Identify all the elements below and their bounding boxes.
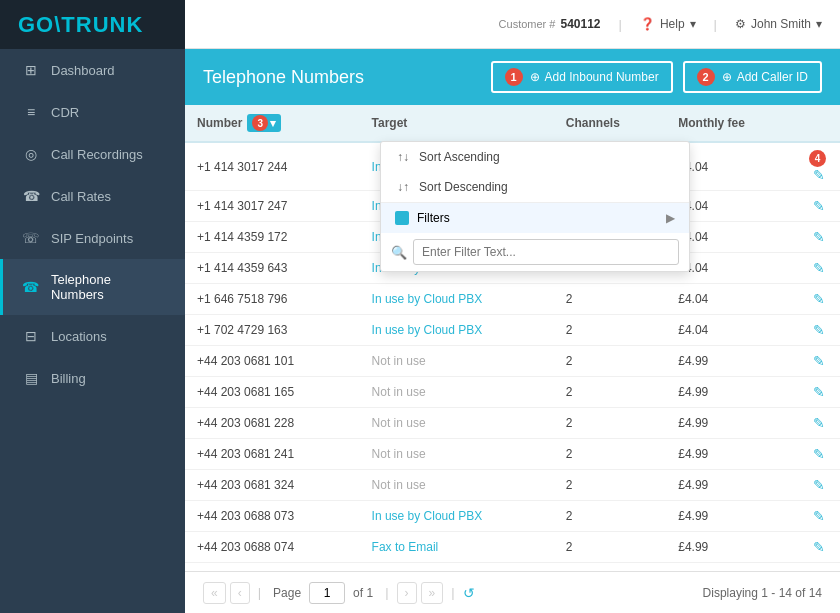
user-label: John Smith (751, 17, 811, 31)
edit-icon[interactable]: ✎ (813, 539, 825, 555)
btn1-badge: 1 (505, 68, 523, 86)
filter-input-row: 🔍 (381, 233, 689, 271)
edit-icon[interactable]: ✎ (813, 353, 825, 369)
table-row: +44 203 0688 074 Fax to Email 2 £4.99 ✎ (185, 532, 840, 563)
cell-number: +44 203 0681 165 (185, 377, 360, 408)
cell-fee: £4.99 (666, 501, 797, 532)
cell-fee: £4.99 (666, 532, 797, 563)
table-header-row: Number 3 ▾ Target Channels Monthly fee (185, 105, 840, 142)
edit-icon[interactable]: ✎ (813, 260, 825, 276)
edit-icon[interactable]: ✎ (813, 570, 825, 571)
cell-fee: £4.99 (666, 439, 797, 470)
filters-item[interactable]: Filters ▶ (381, 203, 689, 233)
cell-channels: 2 (554, 346, 666, 377)
sidebar-item-call-rates[interactable]: ☎ Call Rates (0, 175, 185, 217)
last-page-btn[interactable]: » (421, 582, 444, 604)
customer-value: 540112 (560, 17, 600, 31)
cell-channels: 2 (554, 439, 666, 470)
add-caller-button[interactable]: 2 ⊕ Add Caller ID (683, 61, 822, 93)
filters-label: Filters (417, 211, 450, 225)
cell-fee: £4.04 (666, 315, 797, 346)
cell-number: +44 203 0681 241 (185, 439, 360, 470)
col-badge: 3 (252, 115, 268, 131)
cell-action: ✎ (797, 284, 840, 315)
of-label: of 1 (353, 586, 373, 600)
sidebar-item-telephone-numbers[interactable]: ☎ Telephone Numbers (0, 259, 185, 315)
prev-page-btn[interactable]: ‹ (230, 582, 250, 604)
nav-icon-call-recordings: ◎ (21, 146, 41, 162)
cell-channels: 2 (554, 315, 666, 346)
next-page-btn[interactable]: › (397, 582, 417, 604)
sort-descending-label: Sort Descending (419, 180, 508, 194)
col-number: Number 3 ▾ (185, 105, 360, 142)
cell-number: +1 414 3017 247 (185, 191, 360, 222)
sidebar-item-billing[interactable]: ▤ Billing (0, 357, 185, 399)
cell-action: ✎ (797, 315, 840, 346)
pagination: « ‹ | Page of 1 | › » | ↺ (203, 582, 475, 604)
cell-number: +1 414 4359 172 (185, 222, 360, 253)
edit-icon[interactable]: ✎ (813, 229, 825, 245)
nav-label-billing: Billing (51, 371, 86, 386)
edit-icon[interactable]: ✎ (813, 198, 825, 214)
nav-label-locations: Locations (51, 329, 107, 344)
nav-icon-billing: ▤ (21, 370, 41, 386)
cell-fee: £4.99 (666, 408, 797, 439)
cell-action: ✎ (797, 501, 840, 532)
col-number-label: Number (197, 116, 242, 130)
sort-descending-item[interactable]: ↓↑ Sort Descending (381, 172, 689, 202)
table-row: +44 203 0688 073 In use by Cloud PBX 2 £… (185, 501, 840, 532)
col-actions (797, 105, 840, 142)
sidebar-item-sip-endpoints[interactable]: ☏ SIP Endpoints (0, 217, 185, 259)
sidebar-item-call-recordings[interactable]: ◎ Call Recordings (0, 133, 185, 175)
sidebar-item-locations[interactable]: ⊟ Locations (0, 315, 185, 357)
table-area: Number 3 ▾ Target Channels Monthly fee (185, 105, 840, 571)
sort-ascending-item[interactable]: ↑↓ Sort Ascending (381, 142, 689, 172)
display-info: Displaying 1 - 14 of 14 (703, 586, 822, 600)
topbar: Customer # 540112 | ❓ Help ▾ | ⚙ John Sm… (185, 0, 840, 49)
cell-fee: £4.99 (666, 470, 797, 501)
nav-label-call-recordings: Call Recordings (51, 147, 143, 162)
cell-number: +1 646 7518 796 (185, 284, 360, 315)
col-filter-btn[interactable]: 3 ▾ (247, 114, 281, 132)
edit-icon[interactable]: ✎ (813, 477, 825, 493)
add-caller-label: Add Caller ID (737, 70, 808, 84)
sidebar-item-dashboard[interactable]: ⊞ Dashboard (0, 49, 185, 91)
cell-fee: £4.04 (666, 284, 797, 315)
nav-items: ⊞ Dashboard ≡ CDR ◎ Call Recordings ☎ Ca… (0, 49, 185, 399)
edit-icon[interactable]: ✎ (813, 291, 825, 307)
sidebar-item-cdr[interactable]: ≡ CDR (0, 91, 185, 133)
cell-action: ✎ (797, 408, 840, 439)
footer: « ‹ | Page of 1 | › » | ↺ Displaying 1 -… (185, 571, 840, 613)
edit-icon[interactable]: ✎ (813, 167, 825, 183)
cell-action: ✎ (797, 222, 840, 253)
help-btn[interactable]: ❓ Help ▾ (640, 17, 696, 31)
search-icon: 🔍 (391, 245, 407, 260)
add-inbound-button[interactable]: 1 ⊕ Add Inbound Number (491, 61, 673, 93)
cell-fee: £4.99 (666, 346, 797, 377)
user-menu[interactable]: ⚙ John Smith ▾ (735, 17, 822, 31)
table-row: +44 203 0681 241 Not in use 2 £4.99 ✎ (185, 439, 840, 470)
nav-label-call-rates: Call Rates (51, 189, 111, 204)
edit-icon[interactable]: ✎ (813, 322, 825, 338)
cell-action: ✎ (797, 470, 840, 501)
cell-channels: 2 (554, 563, 666, 572)
first-page-btn[interactable]: « (203, 582, 226, 604)
filter-input[interactable] (413, 239, 679, 265)
nav-icon-call-rates: ☎ (21, 188, 41, 204)
cell-action: ✎ (797, 377, 840, 408)
cell-channels: 2 (554, 532, 666, 563)
edit-icon[interactable]: ✎ (813, 384, 825, 400)
cell-target: Fax to Email (360, 532, 554, 563)
col-target: Target (360, 105, 554, 142)
refresh-btn[interactable]: ↺ (463, 585, 475, 601)
customer-info: Customer # 540112 (499, 17, 601, 31)
cell-action: ✎ (797, 346, 840, 377)
table-row: +44 203 0681 324 Not in use 2 £4.99 ✎ (185, 470, 840, 501)
edit-icon[interactable]: ✎ (813, 415, 825, 431)
edit-icon[interactable]: ✎ (813, 508, 825, 524)
table-row: +1 646 7518 796 In use by Cloud PBX 2 £4… (185, 284, 840, 315)
plus-icon2: ⊕ (722, 70, 732, 84)
cell-number: +1 414 4359 643 (185, 253, 360, 284)
page-input[interactable] (309, 582, 345, 604)
edit-icon[interactable]: ✎ (813, 446, 825, 462)
